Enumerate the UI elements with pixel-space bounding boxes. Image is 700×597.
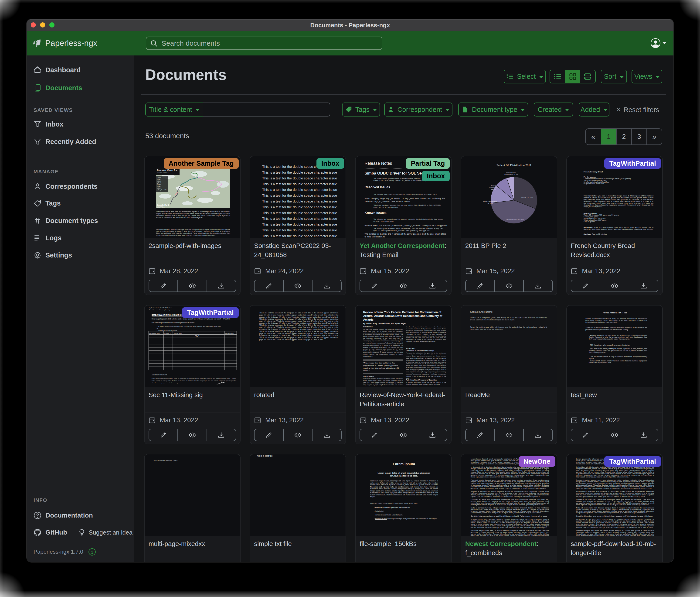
svg-text:Stage 2: Stage 2 [491,185,496,186]
svg-text:44, 9%: 44, 9% [491,189,496,190]
svg-text:Pre-hypertension, , 212, 42%: Pre-hypertension, , 212, 42% [506,219,524,220]
svg-text:Completion Date: Completion Date [149,333,160,334]
svg-text:Normal, 158, 31%: Normal, 158, 31% [521,197,533,198]
svg-text:Isolated Systolic: Isolated Systolic [506,172,516,173]
svg-text:Provider #: Provider # [164,333,171,334]
svg-text:Stage 1 Hypertension,: Stage 1 Hypertension, [483,201,497,202]
svg-text:65, 13%: 65, 13% [488,203,493,205]
svg-text:Hypertension, 31, 6%: Hypertension, 31, 6% [504,174,518,175]
svg-text:Contact Hours: Contact Hours [225,333,234,334]
svg-text:Course Name: Course Name [174,333,182,334]
svg-text:N\A: N\A [195,334,199,337]
svg-text:Hypertension,: Hypertension, [489,187,498,188]
svg-text:Patient BP Distribution 2011: Patient BP Distribution 2011 [497,163,531,167]
